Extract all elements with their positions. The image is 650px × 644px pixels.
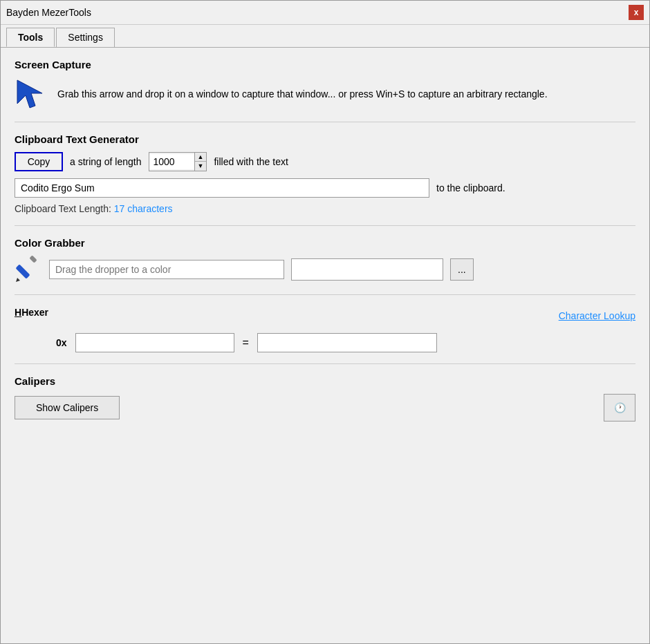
length-input[interactable] bbox=[149, 154, 194, 169]
show-calipers-button[interactable]: Show Calipers bbox=[15, 396, 120, 419]
svg-rect-1 bbox=[29, 256, 37, 263]
color-grabber-section: Color Grabber ... bbox=[15, 237, 635, 295]
hexer-section: HHexer Character Lookup 0x = bbox=[15, 306, 635, 364]
clipboard-length-display: Clipboard Text Length: 17 characters bbox=[15, 203, 635, 214]
window-title: Bayden MezerTools bbox=[6, 7, 91, 18]
arrow-icon[interactable] bbox=[15, 77, 48, 111]
color-options-button[interactable]: ... bbox=[450, 258, 474, 281]
hexer-header: HHexer Character Lookup bbox=[15, 306, 635, 325]
spinner-up-button[interactable]: ▲ bbox=[195, 153, 207, 162]
hexer-input-row: 0x = bbox=[15, 333, 635, 352]
dropper-icon[interactable] bbox=[15, 256, 42, 283]
to-clipboard-label: to the clipboard. bbox=[436, 182, 505, 193]
hex-result-input[interactable] bbox=[257, 333, 437, 352]
filled-with-label: filled with the text bbox=[214, 156, 288, 167]
tab-settings[interactable]: Settings bbox=[56, 28, 115, 47]
svg-rect-2 bbox=[15, 264, 30, 278]
copy-button[interactable]: Copy bbox=[15, 152, 63, 171]
clipboard-title: Clipboard Text Generator bbox=[15, 133, 635, 145]
capture-description: Grab this arrow and drop it on a window … bbox=[57, 87, 548, 102]
svg-marker-0 bbox=[17, 80, 42, 108]
color-grabber-title: Color Grabber bbox=[15, 237, 635, 249]
content-area: Screen Capture Grab this arrow and drop … bbox=[1, 48, 649, 643]
spinner-down-button[interactable]: ▼ bbox=[195, 162, 207, 171]
color-grabber-row: ... bbox=[15, 256, 635, 283]
hex-input[interactable] bbox=[75, 333, 234, 352]
color-preview-box bbox=[291, 258, 443, 281]
clipboard-section: Clipboard Text Generator Copy a string o… bbox=[15, 133, 635, 226]
character-lookup-link[interactable]: Character Lookup bbox=[559, 310, 635, 321]
tab-tools[interactable]: Tools bbox=[6, 28, 55, 47]
spinner-buttons: ▲ ▼ bbox=[194, 153, 207, 171]
screen-capture-row: Grab this arrow and drop it on a window … bbox=[15, 77, 635, 111]
calipers-controls-row: Show Calipers 🕐 bbox=[15, 394, 635, 422]
string-of-length-label: a string of length bbox=[70, 156, 142, 167]
clipboard-text-input[interactable] bbox=[15, 178, 429, 198]
clock-button[interactable]: 🕐 bbox=[604, 394, 635, 422]
equals-sign: = bbox=[243, 337, 249, 349]
hex-prefix-label: 0x bbox=[56, 337, 67, 348]
clipboard-controls-row: Copy a string of length ▲ ▼ filled with … bbox=[15, 152, 635, 171]
dropper-text-input[interactable] bbox=[49, 260, 284, 279]
clipboard-length-value: 17 characters bbox=[114, 203, 173, 214]
calipers-title: Calipers bbox=[15, 375, 635, 387]
clipboard-text-row: to the clipboard. bbox=[15, 178, 635, 198]
screen-capture-title: Screen Capture bbox=[15, 59, 635, 70]
main-window: Bayden MezerTools x Tools Settings Scree… bbox=[0, 0, 650, 644]
close-button[interactable]: x bbox=[629, 5, 644, 20]
screen-capture-section: Screen Capture Grab this arrow and drop … bbox=[15, 59, 635, 122]
length-spinner: ▲ ▼ bbox=[149, 152, 207, 171]
title-bar: Bayden MezerTools x bbox=[1, 1, 649, 25]
clipboard-length-prefix: Clipboard Text Length: bbox=[15, 203, 114, 214]
calipers-section: Calipers Show Calipers 🕐 bbox=[15, 375, 635, 433]
hexer-title: HHexer bbox=[15, 306, 48, 318]
svg-marker-3 bbox=[16, 278, 20, 282]
tab-bar: Tools Settings bbox=[1, 25, 649, 48]
clock-icon: 🕐 bbox=[614, 402, 626, 413]
